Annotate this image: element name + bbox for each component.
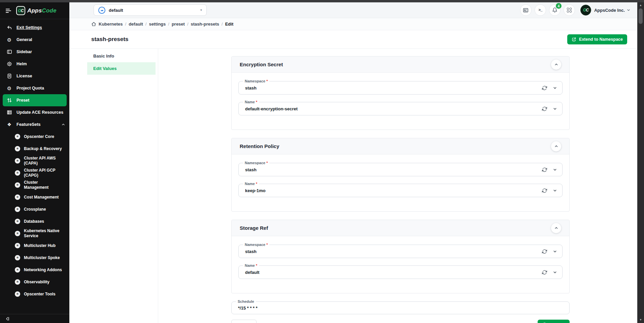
breadcrumb-item-default[interactable]: default bbox=[129, 22, 143, 27]
refresh-icon[interactable] bbox=[542, 270, 547, 275]
sliders-icon bbox=[6, 98, 12, 103]
sidebar-item-networking-addons[interactable]: ✳Networking Addons bbox=[0, 264, 69, 276]
breadcrumb-item-settings[interactable]: settings bbox=[149, 22, 166, 27]
cluster-select-dropdown[interactable]: ☁ default ▾ bbox=[94, 4, 207, 16]
sidebar-item-opscenter-tools[interactable]: ✳Opscenter Tools bbox=[0, 288, 69, 300]
kubernetes-wheel-icon: ✳ bbox=[15, 207, 20, 212]
scroll-down-arrow-icon[interactable]: ▼ bbox=[637, 318, 644, 322]
sidebar-item-featuresets[interactable]: ❖FeatureSets bbox=[0, 118, 69, 131]
refresh-icon[interactable] bbox=[542, 188, 547, 193]
main-area: ☁ default ▾ >_ 4 bbox=[69, 2, 637, 323]
section-title: Encryption Secret bbox=[240, 62, 283, 67]
section-header: Storage Ref bbox=[232, 220, 569, 236]
breadcrumb-separator: / bbox=[222, 22, 223, 27]
sidebar-item-general[interactable]: ⚙General bbox=[0, 34, 69, 46]
announcements-button[interactable] bbox=[520, 4, 532, 16]
sidebar-item-cluster-management[interactable]: ✳Cluster Management bbox=[0, 179, 69, 191]
sidebar-item-cluster-api-gcp[interactable]: ✳Cluster API GCP (CAPG) bbox=[0, 167, 69, 179]
namespace-field[interactable]: Namespace* stash bbox=[238, 163, 563, 176]
apps-grid-button[interactable] bbox=[564, 4, 575, 16]
name-field[interactable]: Name* keep-1mo bbox=[238, 184, 563, 197]
sidebar-item-crossplane[interactable]: ✳Crossplane bbox=[0, 203, 69, 215]
org-avatar[interactable]: OC bbox=[580, 5, 591, 15]
kubernetes-wheel-icon: ✳ bbox=[15, 146, 20, 151]
kubernetes-wheel-icon: ✳ bbox=[15, 231, 20, 236]
required-marker: * bbox=[266, 79, 268, 84]
sidebar-item-databases[interactable]: ✳Databases bbox=[0, 215, 69, 227]
servers-icon bbox=[6, 110, 12, 115]
breadcrumb-item-preset[interactable]: preset bbox=[172, 22, 185, 27]
chevron-down-icon[interactable] bbox=[626, 8, 631, 12]
scrollbar-thumb[interactable] bbox=[639, 8, 643, 24]
terminal-icon: >_ bbox=[538, 8, 542, 12]
preview-button[interactable]: Preview bbox=[538, 320, 570, 323]
sidebar-item-helm[interactable]: Helm bbox=[0, 58, 69, 70]
sidebar-item-cluster-api-aws[interactable]: ✳Cluster API AWS (CAPA) bbox=[0, 155, 69, 167]
terminal-button[interactable]: >_ bbox=[535, 4, 546, 16]
notification-count-badge: 4 bbox=[556, 3, 562, 9]
section-title: Retention Policy bbox=[240, 143, 279, 149]
refresh-icon[interactable] bbox=[542, 167, 547, 172]
edit-subnav: Basic Info Edit Values bbox=[69, 49, 158, 323]
appscode-logo-text: AppsCode bbox=[27, 7, 57, 14]
topbar: ☁ default ▾ >_ 4 bbox=[69, 2, 637, 18]
breadcrumb: Kubernetes / default / settings / preset… bbox=[69, 18, 637, 30]
page-scrollbar[interactable]: ▲ ▼ bbox=[637, 2, 644, 323]
field-value: keep-1mo bbox=[245, 188, 266, 193]
section-collapse-button[interactable] bbox=[551, 141, 561, 151]
sidebar-item-observability[interactable]: ✳Observability bbox=[0, 276, 69, 288]
scroll-up-arrow-icon[interactable]: ▲ bbox=[637, 3, 644, 8]
required-marker: * bbox=[266, 242, 268, 247]
sidebar-item-project-quota[interactable]: ⚙Project Quota bbox=[0, 82, 69, 94]
appscode-logo[interactable]: OC AppsCode bbox=[16, 6, 57, 15]
chevron-up-icon bbox=[554, 226, 558, 230]
section-header: Encryption Secret bbox=[232, 57, 569, 73]
chevron-down-icon[interactable] bbox=[553, 270, 557, 275]
sidebar-item-sidebar[interactable]: Sidebar bbox=[0, 46, 69, 58]
org-name[interactable]: AppsCode Inc. bbox=[594, 8, 625, 13]
breadcrumb-item-kubernetes[interactable]: Kubernetes bbox=[99, 22, 123, 27]
name-field[interactable]: Name* default bbox=[238, 265, 563, 279]
sidebar-item-opscenter-core[interactable]: ✳Opscenter Core bbox=[0, 131, 69, 143]
sidebar-collapse-button[interactable] bbox=[0, 314, 69, 323]
sidebar-item-license[interactable]: License bbox=[0, 70, 69, 82]
sidebar-item-cost-management[interactable]: ✳Cost Management bbox=[0, 191, 69, 203]
refresh-icon[interactable] bbox=[542, 106, 547, 111]
sidebar-item-preset[interactable]: Preset bbox=[3, 94, 67, 106]
section-storage-ref: Storage Ref Namespace* stash bbox=[231, 220, 570, 293]
section-body: Namespace* stash Name* default bbox=[232, 236, 569, 293]
sidebar-item-update-ace-resources[interactable]: Update ACE Resources bbox=[0, 106, 69, 118]
home-icon[interactable] bbox=[91, 22, 96, 27]
cancel-button[interactable]: Cancel bbox=[231, 320, 257, 323]
sidebar-item-exit-settings[interactable]: Exit Settings bbox=[0, 22, 69, 34]
sidebar-item-backup-recovery[interactable]: ✳Backup & Recovery bbox=[0, 143, 69, 155]
refresh-icon[interactable] bbox=[542, 85, 547, 91]
sidebar-item-kubernetes-native-service[interactable]: ✳Kubernetes Native Service bbox=[0, 227, 69, 240]
hamburger-menu-icon[interactable] bbox=[6, 9, 11, 13]
required-marker: * bbox=[256, 181, 257, 186]
breadcrumb-item-stash-presets[interactable]: stash-presets bbox=[191, 22, 219, 27]
schedule-field[interactable]: Schedule */15 * * * * bbox=[231, 301, 570, 314]
tab-edit-values[interactable]: Edit Values bbox=[87, 62, 156, 75]
namespace-field[interactable]: Namespace* stash bbox=[238, 81, 563, 95]
chevron-down-icon[interactable] bbox=[553, 188, 557, 193]
sidebar-item-multicluster-hub[interactable]: ✳Multicluster Hub bbox=[0, 240, 69, 252]
section-collapse-button[interactable] bbox=[551, 223, 561, 233]
name-field[interactable]: Name* default-encryption-secret bbox=[238, 102, 563, 115]
field-value: stash bbox=[245, 249, 257, 254]
chevron-down-icon[interactable] bbox=[553, 249, 557, 254]
extend-to-namespace-button[interactable]: Extend to Namespace bbox=[567, 34, 627, 44]
refresh-icon[interactable] bbox=[542, 249, 547, 254]
field-value: default-encryption-secret bbox=[245, 106, 298, 111]
chevron-up-icon bbox=[554, 62, 558, 67]
tab-basic-info[interactable]: Basic Info bbox=[69, 50, 158, 62]
chevron-down-icon[interactable] bbox=[553, 107, 557, 111]
namespace-field[interactable]: Namespace* stash bbox=[238, 245, 563, 258]
kubernetes-wheel-icon: ✳ bbox=[15, 182, 20, 188]
chevron-down-icon[interactable] bbox=[553, 86, 557, 90]
notifications-button[interactable]: 4 bbox=[549, 4, 561, 16]
chevron-down-icon[interactable] bbox=[553, 168, 557, 172]
section-collapse-button[interactable] bbox=[551, 60, 561, 70]
section-body: Namespace* stash Name* default-encryptio… bbox=[232, 73, 569, 130]
sidebar-item-multicluster-spoke[interactable]: ✳Multicluster Spoke bbox=[0, 252, 69, 264]
